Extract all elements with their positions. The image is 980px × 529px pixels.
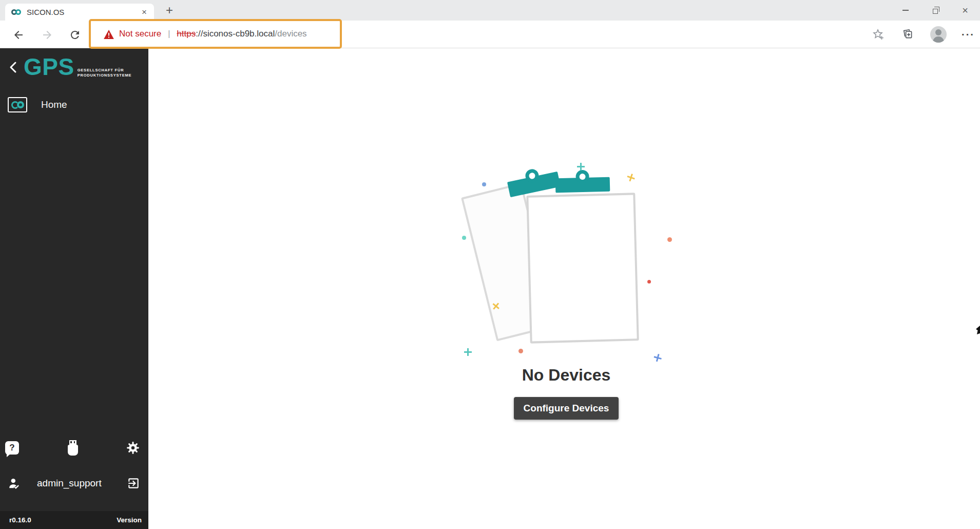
forward-icon xyxy=(41,29,53,41)
gps-logo-subtitle-line2: PRODUKTIONSSYSTEME xyxy=(78,73,132,78)
confetti-dot xyxy=(518,349,523,353)
empty-state: No Devices Configure Devices xyxy=(422,154,710,420)
help-icon[interactable]: ? xyxy=(5,441,19,455)
user-check-icon xyxy=(7,477,22,490)
window-controls: × xyxy=(891,0,980,21)
profile-avatar[interactable] xyxy=(930,26,947,43)
minimize-button[interactable] xyxy=(891,0,920,21)
clipboard-front xyxy=(526,193,639,343)
more-menu-icon[interactable]: ··· xyxy=(958,27,978,42)
confetti-star xyxy=(654,353,662,362)
collapse-chevron-icon[interactable] xyxy=(8,61,18,74)
sidebar-header: GPS GESELLSCHAFT FÜR PRODUKTIONSSYSTEME xyxy=(0,48,148,86)
usb-icon[interactable] xyxy=(67,440,79,456)
sidebar-item-home[interactable]: Home xyxy=(0,92,148,117)
sidebar-item-label: Home xyxy=(41,99,67,110)
url-path: /devices xyxy=(275,29,306,39)
confetti-dot xyxy=(462,236,466,240)
configure-devices-button[interactable]: Configure Devices xyxy=(514,397,619,420)
clip-ring xyxy=(575,170,589,184)
collections-icon[interactable] xyxy=(901,28,914,40)
gps-logo-subtitle: GESELLSCHAFT FÜR PRODUKTIONSSYSTEME xyxy=(78,68,132,78)
minimize-icon xyxy=(902,10,909,11)
version-value: r0.16.0 xyxy=(9,516,31,524)
address-bar[interactable]: Not secure | https://siconos-cb9b.local/… xyxy=(89,19,342,49)
confetti-plus xyxy=(577,163,585,171)
restore-button[interactable] xyxy=(920,0,950,21)
confetti-star xyxy=(626,173,635,181)
sidebar-tools: ? xyxy=(0,438,148,458)
home-co-icon xyxy=(8,97,27,112)
new-tab-button[interactable]: + xyxy=(162,3,177,17)
version-bar: r0.16.0 Version xyxy=(0,511,148,529)
app-favicon-icon xyxy=(11,9,22,15)
window-close-button[interactable]: × xyxy=(950,0,980,21)
confetti-dot xyxy=(647,280,651,284)
browser-tab[interactable]: SICON.OS × xyxy=(5,4,154,21)
browser-window: SICON.OS × + × Not secure | https://sico… xyxy=(0,0,980,529)
gps-logo-subtitle-line1: GESELLSCHAFT FÜR xyxy=(78,68,124,72)
url-protocol: https xyxy=(177,29,196,39)
warning-triangle-icon xyxy=(104,30,114,39)
confetti-plus xyxy=(464,348,472,356)
back-icon[interactable] xyxy=(12,29,25,41)
user-row[interactable]: admin_support xyxy=(0,472,148,495)
app-sidebar: GPS GESELLSCHAFT FÜR PRODUKTIONSSYSTEME … xyxy=(0,48,148,529)
refresh-icon[interactable] xyxy=(69,29,81,41)
url-host: ://siconos-cb9b.local xyxy=(196,29,275,39)
empty-state-title: No Devices xyxy=(422,366,710,385)
username-label: admin_support xyxy=(37,478,127,489)
address-separator: | xyxy=(168,29,170,39)
gps-logo: GPS xyxy=(24,56,74,78)
logout-icon[interactable] xyxy=(127,477,140,490)
main-content: No Devices Configure Devices xyxy=(148,48,980,529)
empty-state-illustration xyxy=(422,154,710,360)
not-secure-label[interactable]: Not secure xyxy=(119,29,161,39)
clipboard-clip-back xyxy=(507,172,561,197)
avatar-head xyxy=(935,29,941,35)
gear-icon[interactable] xyxy=(126,441,140,455)
tab-strip: SICON.OS × + × xyxy=(0,0,980,21)
restore-icon xyxy=(933,9,938,14)
clipboard-clip-front xyxy=(555,177,610,193)
confetti-dot xyxy=(482,182,486,186)
favorites-star-icon[interactable] xyxy=(872,28,884,40)
version-label: Version xyxy=(117,516,142,524)
confetti-dot xyxy=(667,237,672,242)
clip-ring xyxy=(524,168,540,184)
tab-close-icon[interactable]: × xyxy=(141,7,148,17)
tab-title: SICON.OS xyxy=(27,8,141,16)
